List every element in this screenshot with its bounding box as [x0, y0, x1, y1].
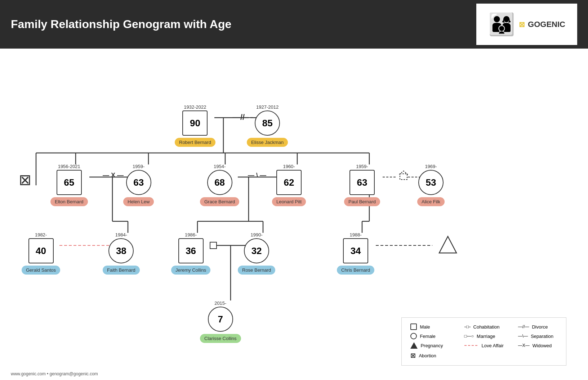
svg-marker-31: [439, 236, 456, 253]
abortion-marker: ⊠: [19, 171, 31, 189]
person-helen: 1959- 63 Helen Lew: [123, 164, 154, 206]
legend-love-affair: Love Affair: [464, 342, 504, 349]
robert-dates: 1932-2022: [184, 104, 206, 110]
footer-text: www.gogenic.com • genogram@gogenic.com: [11, 371, 98, 376]
legend-female-label: Female: [420, 334, 435, 339]
elton-dates: 1956-2021: [58, 164, 80, 169]
helen-box: 63: [126, 170, 151, 195]
person-alice: 1969- 53 Alice Filk: [417, 164, 445, 206]
legend-cohabitation-label: Cohabitation: [473, 324, 500, 330]
legend-female-icon: [410, 333, 417, 339]
elisse-dates: 1927-2012: [256, 104, 279, 110]
paul-label: Paul Bernard: [344, 197, 380, 206]
helen-label: Helen Lew: [123, 197, 154, 206]
legend-separation-icon: —\—: [518, 334, 528, 339]
legend: Male -·□·- Cohabitation —//— Divorce Fem…: [401, 317, 566, 366]
legend-separation-label: Separation: [531, 334, 553, 339]
logo-icon: ⊠: [519, 20, 525, 29]
alice-box: 53: [418, 170, 444, 195]
legend-widowed-label: Widowed: [533, 343, 552, 348]
rose-label: Rose Bernard: [238, 266, 275, 275]
legend-abortion-label: Abortion: [419, 353, 436, 358]
faith-dates: 1984-: [115, 232, 127, 238]
elisse-label: Elisse Jackman: [247, 138, 288, 147]
person-elton: 1956-2021 65 Elton Bernard: [50, 164, 88, 206]
legend-pregnancy-label: Pregnancy: [420, 343, 443, 348]
rose-box: 32: [244, 238, 269, 263]
person-rose: 1990- 32 Rose Bernard: [238, 232, 275, 275]
legend-male-icon: [410, 324, 417, 330]
jeremy-box: 36: [178, 238, 204, 263]
clarisse-dates: 2015-: [214, 300, 226, 306]
jeremy-dates: 1986-: [185, 232, 197, 238]
gerald-dates: 1982-: [35, 232, 47, 238]
person-chris: 1988- 34 Chris Bernard: [337, 232, 374, 275]
person-elisse: 1927-2012 85 Elisse Jackman: [247, 104, 288, 147]
legend-divorce-icon: —//—: [518, 324, 529, 329]
separation-symbol: — \ —: [248, 172, 266, 179]
elton-label: Elton Bernard: [50, 197, 88, 206]
legend-cohabitation: -·□·- Cohabitation: [464, 324, 504, 330]
grace-dates: 1954-: [214, 164, 226, 169]
logo-area: 👨‍👩‍👦 ⊠ GOGENIC: [476, 4, 577, 45]
alice-label: Alice Filk: [417, 197, 445, 206]
legend-abortion-icon: ⊠: [410, 352, 416, 359]
jeremy-label: Jeremy Collins: [171, 266, 210, 275]
clarisse-label: Clarisse Collins: [200, 334, 241, 343]
elton-box: 65: [57, 170, 82, 195]
chris-dates: 1988-: [349, 232, 361, 238]
person-robert: 1932-2022 90 Robert Bernard: [175, 104, 215, 147]
rose-dates: 1990-: [250, 232, 262, 238]
legend-separation: —\— Separation: [518, 333, 557, 339]
legend-marriage-label: Marriage: [477, 334, 495, 339]
svg-rect-25: [400, 174, 407, 180]
robert-label: Robert Bernard: [175, 138, 215, 147]
paul-box: 63: [349, 170, 375, 195]
person-jeremy: 1986- 36 Jeremy Collins: [171, 232, 210, 275]
person-grace: 1954- 68 Grace Bernard: [200, 164, 239, 206]
legend-widowed-icon: —X—: [518, 343, 530, 348]
pregnancy-triangle: [438, 235, 458, 257]
legend-female: Female: [410, 333, 450, 339]
person-clarisse: 2015- 7 Clarisse Collins: [200, 300, 241, 343]
paul-dates: 1959-: [356, 164, 368, 169]
leonard-box: 62: [276, 170, 302, 195]
svg-rect-21: [210, 242, 217, 249]
genogram-area: —//— — X — — \ — ⊠ 1932-2022 90 Robert B…: [0, 49, 588, 380]
legend-pregnancy: Pregnancy: [410, 342, 450, 349]
legend-love-affair-icon: [464, 343, 479, 348]
chris-box: 34: [343, 238, 368, 263]
clarisse-box: 7: [208, 307, 233, 332]
person-gerald: 1982- 40 Gerald Santos: [22, 232, 60, 275]
faith-label: Faith Bernard: [103, 266, 140, 275]
gerald-box: 40: [28, 238, 54, 263]
legend-pregnancy-icon: [410, 342, 418, 349]
person-faith: 1984- 38 Faith Bernard: [103, 232, 140, 275]
chris-label: Chris Bernard: [337, 266, 374, 275]
grace-box: 68: [207, 170, 232, 195]
legend-marriage-icon: □—○: [464, 334, 474, 339]
legend-divorce-label: Divorce: [532, 324, 548, 330]
legend-marriage: □—○ Marriage: [464, 333, 504, 339]
gerald-label: Gerald Santos: [22, 266, 60, 275]
legend-love-affair-label: Love Affair: [482, 343, 504, 348]
family-icon: 👨‍👩‍👦: [488, 12, 515, 37]
helen-dates: 1959-: [133, 164, 144, 169]
widowed-symbol: — X —: [103, 172, 124, 179]
header: Family Relationship Genogram with Age 👨‍…: [0, 0, 588, 49]
legend-divorce: —//— Divorce: [518, 324, 557, 330]
grace-label: Grace Bernard: [200, 197, 239, 206]
leonard-dates: 1960-: [283, 164, 295, 169]
legend-male-label: Male: [420, 324, 430, 330]
leonard-label: Leonard Pitt: [272, 197, 306, 206]
legend-widowed: —X— Widowed: [518, 342, 557, 349]
robert-box: 90: [182, 110, 208, 136]
legend-male: Male: [410, 324, 450, 330]
alice-dates: 1969-: [425, 164, 437, 169]
faith-box: 38: [108, 238, 134, 263]
legend-abortion: ⊠ Abortion: [410, 352, 450, 359]
person-paul: 1959- 63 Paul Bernard: [344, 164, 380, 206]
page-title: Family Relationship Genogram with Age: [11, 18, 231, 31]
elisse-box: 85: [255, 110, 280, 136]
footer: www.gogenic.com • genogram@gogenic.com: [11, 371, 98, 376]
